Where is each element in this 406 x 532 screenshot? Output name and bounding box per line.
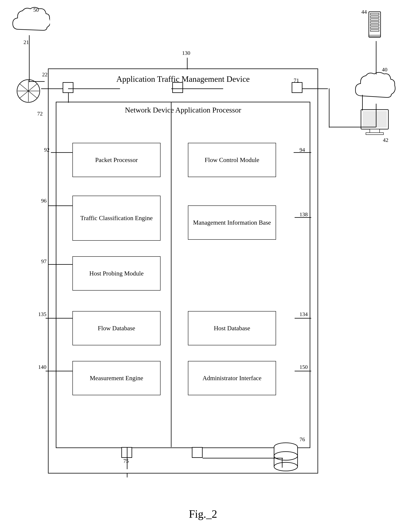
- ref-135: 135: [38, 311, 46, 317]
- ref-134: 134: [299, 311, 308, 317]
- line-94: [294, 152, 311, 153]
- svg-rect-11: [370, 129, 380, 133]
- packet-processor-box: Packet Processor: [72, 143, 160, 177]
- figure-caption: Fig._2: [0, 508, 406, 520]
- ref-97: 97: [41, 258, 47, 264]
- computer-42: [359, 108, 390, 140]
- ref-96: 96: [41, 198, 47, 204]
- line-to-db: [203, 458, 283, 458]
- line-cloud50-h: [29, 81, 45, 82]
- line-cloud-h: [329, 127, 376, 127]
- line-to-db-v: [282, 458, 283, 468]
- ref-150: 150: [299, 364, 308, 370]
- line-138: [295, 217, 311, 218]
- line-top-mid: [171, 88, 223, 89]
- line-150: [295, 371, 311, 371]
- line-135: [46, 318, 72, 319]
- svg-rect-10: [362, 111, 387, 128]
- line-cloud-to-port: [376, 104, 377, 127]
- router-22: [16, 78, 41, 105]
- flow-database-box: Flow Database: [72, 311, 160, 345]
- ref-21: 21: [23, 39, 29, 45]
- ref-76: 76: [299, 436, 305, 443]
- cloud-40: [353, 71, 396, 104]
- line-atmd-bottom: [127, 474, 127, 477]
- line-computer-up: [362, 95, 363, 111]
- port-72: [63, 82, 73, 93]
- line-130: [187, 58, 188, 70]
- ref-44: 44: [361, 9, 367, 15]
- svg-point-23: [274, 452, 297, 460]
- line-96: [49, 206, 72, 206]
- ndap-vertical-divider: [171, 102, 172, 447]
- measurement-engine-box: Measurement Engine: [72, 361, 160, 395]
- line-cloud-v: [329, 88, 329, 128]
- flow-control-box: Flow Control Module: [188, 143, 276, 177]
- line-92: [51, 152, 72, 153]
- cloud-50: [11, 6, 50, 37]
- port-mid: [172, 82, 183, 93]
- administrator-interface-box: Administrator Interface: [188, 361, 276, 395]
- line-134: [295, 318, 311, 319]
- ref-138: 138: [299, 211, 308, 218]
- diagram: 50 21 40 44 42: [0, 0, 406, 532]
- line-to-port72: [41, 88, 63, 89]
- line-cloud50-down: [29, 35, 29, 82]
- line-140: [46, 371, 72, 371]
- ref-140: 140: [38, 364, 46, 370]
- line-to-75: [127, 448, 127, 469]
- server-44: [365, 10, 384, 42]
- database-76: [272, 441, 299, 473]
- host-probing-box: Host Probing Module: [72, 256, 160, 291]
- ref-22: 22: [42, 71, 48, 78]
- host-database-box: Host Database: [188, 311, 276, 345]
- ref-42: 42: [383, 137, 388, 143]
- svg-point-22: [274, 462, 297, 471]
- ref-92: 92: [44, 147, 50, 153]
- ref-72: 72: [37, 111, 43, 117]
- ref-40: 40: [382, 66, 387, 73]
- ref-75: 75: [123, 458, 129, 464]
- ref-130: 130: [182, 50, 190, 56]
- svg-rect-12: [366, 133, 384, 135]
- atmd-title: Application Traffic Management Device: [48, 74, 318, 84]
- line-left-v1: [68, 93, 69, 103]
- port-bottom-mid: [192, 447, 203, 458]
- line-97: [49, 264, 72, 265]
- line-from-port71: [302, 88, 328, 89]
- management-info-box: Management Information Base: [188, 206, 276, 240]
- ref-71: 71: [294, 77, 299, 84]
- line-server-down: [376, 41, 377, 74]
- ndap-title: Network Device Application Processor: [56, 106, 310, 114]
- ref-50: 50: [33, 7, 39, 13]
- port-71: [292, 82, 302, 93]
- line-top-left: [68, 88, 120, 89]
- traffic-classification-box: Traffic Classification Engine: [72, 196, 160, 241]
